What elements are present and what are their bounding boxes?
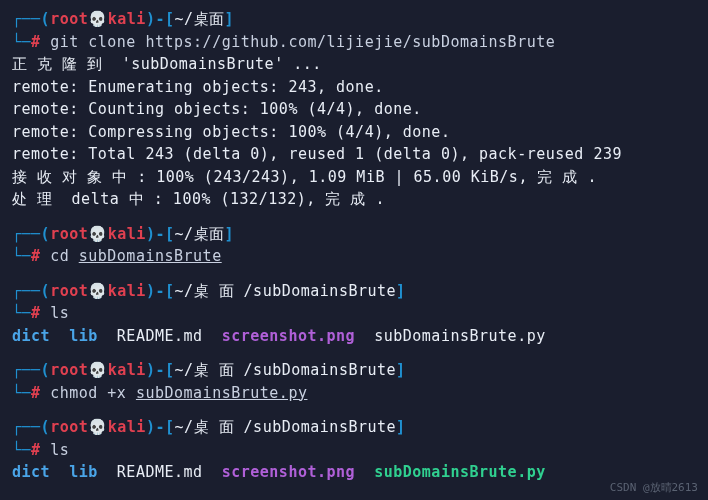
skull-icon: 💀 [88,418,108,436]
skull-icon: 💀 [88,10,108,28]
prompt-line-3: ┌──(root💀kali)-[~/桌 面 /subDomainsBrute] [12,280,696,303]
image-entry: screenshot.png [222,327,355,345]
dir-entry: dict [12,327,50,345]
executable-entry: subDomainsBrute.py [374,463,546,481]
output-line: remote: Total 243 (delta 0), reused 1 (d… [12,143,696,166]
output-line: 处 理 delta 中 : 100% (132/132), 完 成 . [12,188,696,211]
command-line-2[interactable]: └─# cd subDomainsBrute [12,245,696,268]
image-entry: screenshot.png [222,463,355,481]
output-line: remote: Enumerating objects: 243, done. [12,76,696,99]
dir-entry: lib [69,463,98,481]
output-line: 正 克 隆 到 'subDomainsBrute' ... [12,53,696,76]
output-line: remote: Counting objects: 100% (4/4), do… [12,98,696,121]
watermark: CSDN @放晴2613 [610,480,698,497]
dir-entry: lib [69,327,98,345]
prompt-line-4: ┌──(root💀kali)-[~/桌 面 /subDomainsBrute] [12,359,696,382]
skull-icon: 💀 [88,282,108,300]
skull-icon: 💀 [88,361,108,379]
ls-output-2: dict lib README.md screenshot.png subDom… [12,461,696,484]
skull-icon: 💀 [88,225,108,243]
command-line-4[interactable]: └─# chmod +x subDomainsBrute.py [12,382,696,405]
prompt-line-1: ┌──(root💀kali)-[~/桌面] [12,8,696,31]
prompt-line-5: ┌──(root💀kali)-[~/桌 面 /subDomainsBrute] [12,416,696,439]
dir-entry: dict [12,463,50,481]
prompt-line-2: ┌──(root💀kali)-[~/桌面] [12,223,696,246]
command-line-1[interactable]: └─# git clone https://github.com/lijieji… [12,31,696,54]
command-line-5[interactable]: └─# ls [12,439,696,462]
file-entry: README.md [117,327,203,345]
command-line-3[interactable]: └─# ls [12,302,696,325]
file-entry: README.md [117,463,203,481]
file-entry: subDomainsBrute.py [374,327,546,345]
ls-output-1: dict lib README.md screenshot.png subDom… [12,325,696,348]
output-line: 接 收 对 象 中 : 100% (243/243), 1.09 MiB | 6… [12,166,696,189]
output-line: remote: Compressing objects: 100% (4/4),… [12,121,696,144]
